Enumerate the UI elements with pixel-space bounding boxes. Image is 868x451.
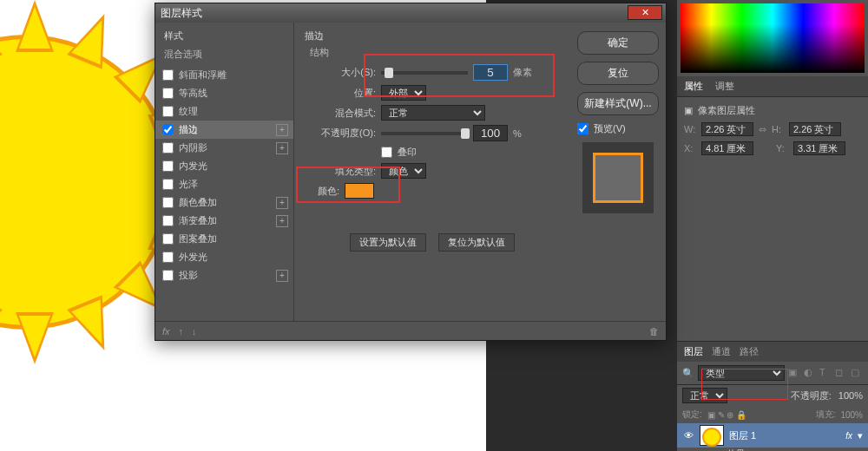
style-checkbox[interactable] — [162, 69, 174, 81]
style-item-2[interactable]: 纹理 — [155, 102, 293, 121]
group-title: 描边 — [305, 29, 560, 42]
layer-thumb[interactable] — [700, 425, 724, 446]
style-label: 图案叠加 — [179, 232, 217, 245]
new-style-button[interactable]: 新建样式(W)... — [577, 92, 659, 115]
position-select[interactable]: 外部 — [381, 85, 426, 101]
style-checkbox[interactable] — [162, 252, 174, 263]
style-item-8[interactable]: 渐变叠加+ — [155, 212, 293, 230]
color-picker[interactable] — [681, 3, 865, 73]
visibility-icon[interactable]: 👁 — [682, 430, 694, 441]
style-item-0[interactable]: 斜面和浮雕 — [155, 66, 293, 84]
layer-blend-select[interactable]: 正常 — [682, 388, 727, 403]
dialog-title: 图层样式 — [161, 6, 202, 21]
style-checkbox[interactable] — [162, 124, 174, 135]
image-icon: ▣ — [684, 105, 693, 116]
style-checkbox[interactable] — [162, 106, 174, 117]
filltype-select[interactable]: 颜色 — [381, 163, 426, 179]
x-input[interactable] — [701, 141, 753, 155]
style-item-3[interactable]: 描边+ — [155, 121, 293, 139]
reset-default-button[interactable]: 复位为默认值 — [438, 233, 515, 252]
overprint-checkbox[interactable] — [381, 147, 392, 158]
arrow-up-icon[interactable]: ↑ — [179, 326, 184, 337]
add-icon[interactable]: + — [276, 215, 288, 227]
style-checkbox[interactable] — [162, 142, 174, 154]
fill-value[interactable]: 100% — [840, 410, 863, 420]
tab-layers[interactable]: 图层 — [684, 345, 703, 358]
right-panels: 属性 调整 ▣像素图层属性 W: ⇔ H: X: Y: 图层 通道 路径 🔍 类… — [677, 0, 868, 451]
filter-shape-icon[interactable]: ◻ — [835, 367, 847, 379]
style-label: 等高线 — [179, 87, 207, 100]
blend-options[interactable]: 混合选项 — [155, 46, 293, 66]
y-input[interactable] — [793, 141, 845, 155]
ok-button[interactable]: 确定 — [577, 31, 659, 55]
w-label: W: — [684, 124, 696, 134]
link-icon[interactable]: ⇔ — [759, 124, 766, 135]
layer-name: 图层 1 — [729, 429, 756, 442]
size-slider[interactable] — [381, 71, 468, 75]
dialog-titlebar[interactable]: 图层样式 ✕ — [155, 3, 666, 23]
style-item-10[interactable]: 外发光 — [155, 248, 293, 266]
trash-icon[interactable]: 🗑 — [649, 326, 659, 337]
search-icon[interactable]: 🔍 — [682, 368, 694, 379]
preview-checkbox[interactable] — [577, 123, 589, 134]
styles-column: 样式 混合选项 斜面和浮雕等高线纹理描边+内阴影+内发光光泽颜色叠加+渐变叠加+… — [155, 23, 294, 321]
tab-channels[interactable]: 通道 — [712, 345, 731, 358]
close-button[interactable]: ✕ — [628, 5, 662, 20]
style-item-4[interactable]: 内阴影+ — [155, 139, 293, 157]
add-icon[interactable]: + — [276, 197, 288, 209]
style-label: 内阴影 — [179, 141, 207, 154]
add-icon[interactable]: + — [276, 124, 288, 136]
chevron-down-icon[interactable]: ▾ — [858, 430, 863, 441]
size-label: 大小(S): — [305, 66, 376, 79]
opacity-label: 不透明度: — [791, 389, 832, 402]
filter-img-icon[interactable]: ▣ — [788, 367, 800, 379]
struct-title: 结构 — [310, 46, 560, 59]
size-unit: 像素 — [513, 66, 532, 79]
filter-text-icon[interactable]: T — [819, 367, 832, 379]
style-checkbox[interactable] — [162, 179, 174, 190]
cancel-button[interactable]: 复位 — [577, 62, 659, 85]
position-label: 位置: — [305, 87, 376, 100]
filter-smart-icon[interactable]: ▢ — [851, 367, 863, 379]
style-item-1[interactable]: 等高线 — [155, 84, 293, 102]
style-checkbox[interactable] — [162, 270, 174, 281]
add-icon[interactable]: + — [276, 270, 288, 282]
style-label: 投影 — [179, 269, 198, 282]
style-checkbox[interactable] — [162, 215, 174, 226]
style-checkbox[interactable] — [162, 197, 174, 208]
opacity-input[interactable] — [473, 125, 508, 141]
lock-icons[interactable]: ▣ ✎ ⊕ 🔒 — [707, 410, 746, 420]
size-input[interactable] — [473, 64, 508, 81]
effects-row[interactable]: 👁效果 — [677, 448, 868, 451]
add-icon[interactable]: + — [276, 142, 288, 154]
fill-label: 填充: — [816, 409, 836, 421]
fx-badge[interactable]: fx — [845, 431, 852, 441]
color-swatch[interactable] — [345, 183, 374, 199]
pixel-props-label: 像素图层属性 — [698, 104, 755, 117]
blend-select[interactable]: 正常 — [381, 105, 485, 121]
set-default-button[interactable]: 设置为默认值 — [350, 233, 426, 252]
style-item-9[interactable]: 图案叠加 — [155, 230, 293, 248]
style-checkbox[interactable] — [162, 160, 174, 172]
arrow-down-icon[interactable]: ↓ — [192, 326, 197, 337]
x-label: X: — [684, 143, 696, 154]
h-input[interactable] — [789, 122, 841, 136]
style-item-6[interactable]: 光泽 — [155, 175, 293, 193]
style-label: 颜色叠加 — [179, 196, 217, 209]
fx-icon[interactable]: fx — [162, 326, 170, 337]
styles-header[interactable]: 样式 — [155, 28, 293, 46]
style-item-7[interactable]: 颜色叠加+ — [155, 193, 293, 212]
tab-paths[interactable]: 路径 — [740, 345, 759, 358]
style-checkbox[interactable] — [162, 88, 174, 99]
style-item-5[interactable]: 内发光 — [155, 157, 293, 175]
opacity-slider[interactable] — [381, 132, 468, 135]
tab-properties[interactable]: 属性 — [684, 80, 703, 93]
filter-type-select[interactable]: 类型 — [698, 365, 785, 381]
w-input[interactable] — [701, 122, 753, 136]
style-item-11[interactable]: 投影+ — [155, 266, 293, 284]
style-checkbox[interactable] — [162, 233, 174, 245]
opacity-value[interactable]: 100% — [838, 390, 863, 401]
tab-adjust[interactable]: 调整 — [715, 80, 734, 93]
filter-adj-icon[interactable]: ◐ — [804, 367, 816, 379]
layer-row-1[interactable]: 👁 图层 1 fx ▾ — [677, 423, 868, 448]
